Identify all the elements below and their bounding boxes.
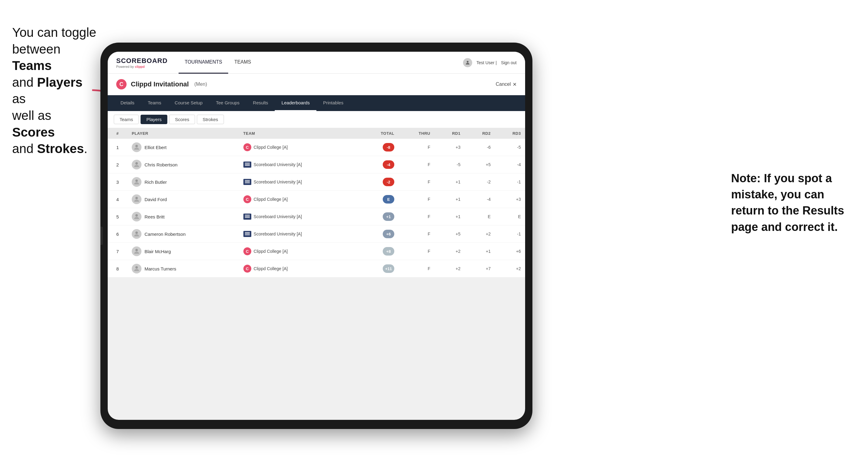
tab-teams[interactable]: Teams <box>141 95 168 111</box>
team-name: Clippd College [A] <box>254 197 288 202</box>
cell-team: Scoreboard University [A] <box>239 156 359 174</box>
tab-results[interactable]: Results <box>246 95 275 111</box>
tab-leaderboards[interactable]: Leaderboards <box>275 95 316 111</box>
table-row: 3 Rich Butler Scoreboard University [A] … <box>108 174 525 191</box>
tablet-screen: SCOREBOARD Powered by clippd TOURNAMENTS… <box>108 52 525 420</box>
cell-thru: F <box>399 260 434 277</box>
tab-bar: Details Teams Course Setup Tee Groups Re… <box>108 95 525 111</box>
cell-rd2: E <box>465 208 495 225</box>
svg-point-3 <box>135 162 138 164</box>
sub-tab-row: Teams Players Scores Strokes <box>108 111 525 128</box>
svg-point-7 <box>135 231 138 234</box>
cell-rank: 4 <box>108 191 127 208</box>
cell-rank: 1 <box>108 139 127 156</box>
tournament-logo: C <box>116 79 127 89</box>
cell-rd2: +7 <box>465 260 495 277</box>
score-badge: -8 <box>383 143 394 152</box>
bold-scores: Scores <box>12 125 55 139</box>
cell-rd3: -1 <box>495 225 525 243</box>
cell-total: -8 <box>359 139 399 156</box>
cell-player: David Ford <box>127 191 239 208</box>
player-avatar <box>132 177 142 187</box>
cell-rd2: -4 <box>465 191 495 208</box>
table-row: 2 Chris Robertson Scoreboard University … <box>108 156 525 174</box>
tab-details[interactable]: Details <box>114 95 141 111</box>
cell-player: Chris Robertson <box>127 156 239 174</box>
cell-rd1: +5 <box>434 225 465 243</box>
cell-team: Scoreboard University [A] <box>239 225 359 243</box>
cell-rd2: +1 <box>465 243 495 260</box>
cell-rd2: -6 <box>465 139 495 156</box>
leaderboard-scroll-area[interactable]: # PLAYER TEAM TOTAL THRU RD1 RD2 RD3 1 <box>108 128 525 409</box>
cell-rank: 5 <box>108 208 127 225</box>
tab-course-setup[interactable]: Course Setup <box>168 95 209 111</box>
score-badge: -4 <box>383 160 394 169</box>
player-avatar <box>132 229 142 239</box>
cell-rd3: E <box>495 208 525 225</box>
team-name: Scoreboard University [A] <box>254 180 302 184</box>
cell-rd3: -4 <box>495 156 525 174</box>
cell-rd1: -5 <box>434 156 465 174</box>
cell-rd1: +1 <box>434 174 465 191</box>
svg-point-1 <box>467 61 468 63</box>
team-logo-scoreboard <box>243 161 251 168</box>
svg-point-6 <box>135 214 138 217</box>
sub-tab-strokes[interactable]: Strokes <box>197 115 224 124</box>
player-avatar <box>132 143 142 152</box>
table-header: # PLAYER TEAM TOTAL THRU RD1 RD2 RD3 <box>108 128 525 139</box>
team-name: Clippd College [A] <box>254 266 288 271</box>
close-icon: ✕ <box>513 82 517 87</box>
left-annotation: You can toggle between Teams and Players… <box>12 24 97 157</box>
col-rank: # <box>108 128 127 139</box>
cell-team: C Clippd College [A] <box>239 260 359 277</box>
nav-tournaments[interactable]: TOURNAMENTS <box>179 52 228 74</box>
sub-tab-scores[interactable]: Scores <box>169 115 195 124</box>
cell-rd2: +5 <box>465 156 495 174</box>
cell-thru: F <box>399 225 434 243</box>
tab-printables[interactable]: Printables <box>316 95 350 111</box>
team-logo-clippd: C <box>243 265 251 273</box>
sign-out-link[interactable]: Sign out <box>501 60 517 65</box>
player-name: Rees Britt <box>145 214 164 219</box>
cell-total: -2 <box>359 174 399 191</box>
score-badge: -2 <box>383 178 394 186</box>
cell-thru: F <box>399 208 434 225</box>
table-row: 7 Blair McHarg C Clippd College [A] +8 F <box>108 243 525 260</box>
cell-total: +11 <box>359 260 399 277</box>
cell-rank: 2 <box>108 156 127 174</box>
table-row: 6 Cameron Robertson Scoreboard Universit… <box>108 225 525 243</box>
leaderboard-table: # PLAYER TEAM TOTAL THRU RD1 RD2 RD3 1 <box>108 128 525 277</box>
top-nav: SCOREBOARD Powered by clippd TOURNAMENTS… <box>108 52 525 74</box>
cell-total: -4 <box>359 156 399 174</box>
cell-rd3: +3 <box>495 191 525 208</box>
cell-player: Rees Britt <box>127 208 239 225</box>
cell-team: C Clippd College [A] <box>239 191 359 208</box>
scoreboard-logo: SCOREBOARD Powered by clippd <box>116 57 168 68</box>
tab-tee-groups[interactable]: Tee Groups <box>209 95 246 111</box>
cell-total: +6 <box>359 225 399 243</box>
player-name: Rich Butler <box>145 180 167 185</box>
nav-teams[interactable]: TEAMS <box>228 52 257 74</box>
cell-rd1: +1 <box>434 208 465 225</box>
bold-players: Players <box>37 75 83 89</box>
cell-total: +1 <box>359 208 399 225</box>
tablet-frame: SCOREBOARD Powered by clippd TOURNAMENTS… <box>100 42 532 429</box>
cell-team: C Clippd College [A] <box>239 243 359 260</box>
player-name: David Ford <box>145 197 167 202</box>
svg-point-4 <box>135 180 138 182</box>
cell-team: C Clippd College [A] <box>239 139 359 156</box>
sub-tab-players[interactable]: Players <box>141 115 167 124</box>
team-name: Scoreboard University [A] <box>254 214 302 219</box>
cancel-button[interactable]: Cancel ✕ <box>496 82 517 87</box>
svg-point-2 <box>135 145 138 147</box>
cell-thru: F <box>399 139 434 156</box>
sub-tab-teams[interactable]: Teams <box>114 115 139 124</box>
cell-team: Scoreboard University [A] <box>239 174 359 191</box>
team-name: Clippd College [A] <box>254 249 288 254</box>
cell-thru: F <box>399 191 434 208</box>
player-avatar <box>132 264 142 274</box>
score-badge: +6 <box>383 230 394 238</box>
col-thru: THRU <box>399 128 434 139</box>
cell-player: Blair McHarg <box>127 243 239 260</box>
team-logo-clippd: C <box>243 195 251 203</box>
